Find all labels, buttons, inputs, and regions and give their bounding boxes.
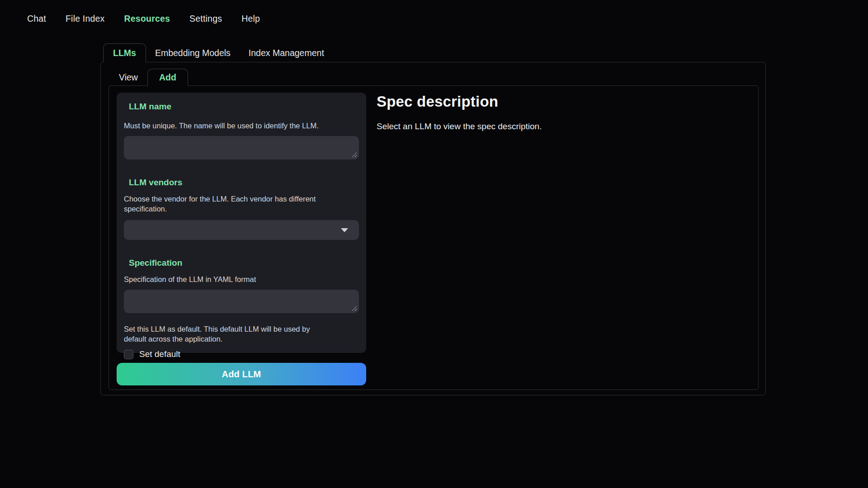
chevron-down-icon <box>341 228 348 232</box>
spec-description-panel: Spec description Select an LLM to view t… <box>377 93 747 131</box>
nav-item-file-index[interactable]: File Index <box>66 14 105 24</box>
app-root: Chat File Index Resources Settings Help … <box>0 0 868 488</box>
llm-vendor-dropdown[interactable] <box>124 220 359 240</box>
set-default-checkbox-label[interactable]: Set default <box>139 349 180 359</box>
nav-item-chat[interactable]: Chat <box>27 14 46 24</box>
subtab-add[interactable]: Add <box>147 69 188 86</box>
spec-description-placeholder: Select an LLM to view the spec descripti… <box>377 122 747 131</box>
nav-item-settings[interactable]: Settings <box>189 14 222 24</box>
specification-field-wrap <box>124 290 359 313</box>
add-llm-form: LLM name Must be unique. The name will b… <box>117 93 366 353</box>
llm-vendors-description: Choose the vendor for the LLM. Each vend… <box>124 194 359 214</box>
top-nav: Chat File Index Resources Settings Help <box>27 0 260 37</box>
llm-name-description: Must be unique. The name will be used to… <box>124 121 359 131</box>
tab-llms[interactable]: LLMs <box>103 43 146 62</box>
tab-index-management[interactable]: Index Management <box>240 43 333 62</box>
set-default-checkbox[interactable] <box>124 350 133 359</box>
set-default-description: Set this LLM as default. This default LL… <box>124 324 327 344</box>
subtab-view[interactable]: View <box>109 69 147 86</box>
specification-description: Specification of the LLM in YAML format <box>124 274 359 284</box>
nav-item-resources[interactable]: Resources <box>124 14 170 24</box>
specification-label: Specification <box>129 258 359 268</box>
resources-tabbar: LLMs Embedding Models Index Management <box>100 43 333 62</box>
llms-subtabbar: View Add <box>109 69 188 86</box>
nav-item-help[interactable]: Help <box>241 14 260 24</box>
spec-description-title: Spec description <box>377 93 747 111</box>
llm-name-field-wrap <box>124 136 359 160</box>
tab-embedding-models[interactable]: Embedding Models <box>146 43 240 62</box>
llm-name-input[interactable] <box>124 136 359 160</box>
specification-input[interactable] <box>124 290 359 313</box>
add-llm-button[interactable]: Add LLM <box>117 363 366 385</box>
llm-name-label: LLM name <box>129 102 359 112</box>
set-default-row: Set default <box>124 349 359 359</box>
llm-vendors-label: LLM vendors <box>129 178 359 188</box>
